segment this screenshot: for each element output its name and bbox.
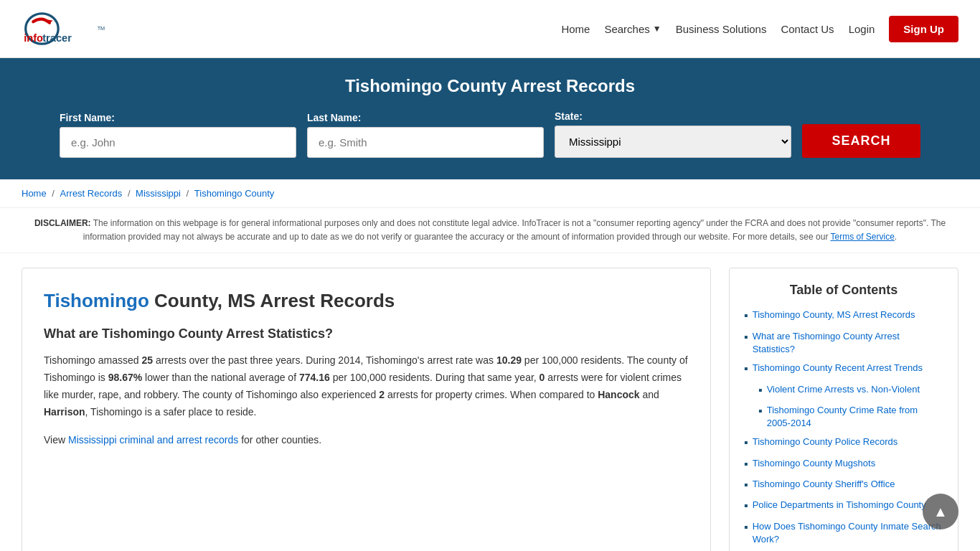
breadcrumb-sep-3: / bbox=[187, 188, 192, 199]
toc-item: ▪Tishomingo County Sheriff's Office bbox=[744, 478, 943, 493]
last-name-group: Last Name: bbox=[307, 112, 544, 158]
main-content: Tishomingo County, MS Arrest Records Wha… bbox=[0, 253, 980, 551]
toc-bullet-icon: ▪ bbox=[744, 361, 748, 377]
heading-highlight: Tishomingo bbox=[44, 290, 149, 311]
toc-bullet-icon: ▪ bbox=[758, 403, 763, 419]
first-name-label: First Name: bbox=[60, 112, 296, 123]
scroll-to-top-button[interactable]: ▲ bbox=[923, 494, 958, 529]
toc-link[interactable]: Violent Crime Arrests vs. Non-Violent bbox=[767, 383, 920, 396]
toc-bullet-icon: ▪ bbox=[744, 498, 748, 514]
svg-text:tracer: tracer bbox=[42, 32, 72, 44]
breadcrumb-tishomingo[interactable]: Tishomingo County bbox=[194, 188, 275, 199]
toc-bullet-icon: ▪ bbox=[744, 329, 748, 345]
page-heading: Tishomingo County, MS Arrest Records bbox=[44, 290, 689, 312]
site-header: info tracer TM Home Searches ▼ Business … bbox=[0, 0, 980, 58]
num-pct: 98.67% bbox=[108, 372, 142, 383]
para-mid4: per 100,000 residents. During that same … bbox=[330, 372, 540, 383]
toc-bullet-icon: ▪ bbox=[758, 382, 763, 398]
toc-link[interactable]: Tishomingo County Recent Arrest Trends bbox=[753, 362, 923, 375]
para-mid3: lower than the national average of bbox=[142, 372, 299, 383]
bold-hancock: Hancock bbox=[598, 389, 639, 400]
disclaimer-bar: DISCLAIMER: The information on this webp… bbox=[0, 208, 980, 253]
last-name-label: Last Name: bbox=[307, 112, 544, 123]
first-name-group: First Name: bbox=[60, 112, 296, 158]
toc-item: ▪Violent Crime Arrests vs. Non-Violent bbox=[744, 383, 943, 398]
toc-item: ▪Tishomingo County Crime Rate from 2005-… bbox=[744, 404, 943, 430]
svg-text:info: info bbox=[24, 32, 43, 44]
toc-link[interactable]: Tishomingo County Sheriff's Office bbox=[753, 478, 895, 491]
view-records-prefix: View bbox=[44, 434, 68, 446]
search-button-wrap: SEARCH bbox=[802, 124, 920, 158]
disclaimer-label: DISCLAIMER: bbox=[34, 218, 91, 228]
nav-home[interactable]: Home bbox=[561, 23, 590, 35]
ms-records-link[interactable]: Mississippi criminal and arrest records bbox=[68, 434, 238, 446]
toc-link[interactable]: Tishomingo County Police Records bbox=[753, 435, 898, 448]
nav-login[interactable]: Login bbox=[849, 23, 875, 35]
toc-bullet-icon: ▪ bbox=[744, 456, 748, 472]
toc-link[interactable]: Police Departments in Tishomingo County bbox=[753, 499, 926, 512]
toc-item: ▪Tishomingo County Mugshots bbox=[744, 457, 943, 472]
site-logo: info tracer TM bbox=[22, 7, 115, 50]
breadcrumb-sep-1: / bbox=[52, 188, 57, 199]
main-nav: Home Searches ▼ Business Solutions Conta… bbox=[561, 16, 958, 42]
banner-title: Tishomingo County Arrest Records bbox=[22, 76, 958, 96]
toc-item: ▪What are Tishomingo County Arrest Stati… bbox=[744, 330, 943, 356]
breadcrumb: Home / Arrest Records / Mississippi / Ti… bbox=[0, 179, 980, 208]
view-records-suffix: for other counties. bbox=[238, 434, 321, 446]
breadcrumb-home[interactable]: Home bbox=[22, 188, 47, 199]
state-select[interactable]: Mississippi Alabama Alaska Arizona Arkan… bbox=[555, 126, 791, 158]
first-name-input[interactable] bbox=[60, 127, 296, 158]
toc-title: Table of Contents bbox=[744, 283, 943, 298]
search-form: First Name: Last Name: State: Mississipp… bbox=[60, 110, 920, 158]
left-content: Tishomingo County, MS Arrest Records Wha… bbox=[22, 268, 711, 551]
search-banner: Tishomingo County Arrest Records First N… bbox=[0, 58, 980, 179]
para-mid7: and bbox=[640, 389, 659, 400]
last-name-input[interactable] bbox=[307, 127, 544, 158]
para-before-25: Tishomingo amassed bbox=[44, 354, 141, 366]
para-mid: arrests over the past three years. Durin… bbox=[153, 354, 496, 366]
toc-link[interactable]: Tishomingo County Crime Rate from 2005-2… bbox=[767, 404, 943, 430]
view-records-paragraph: View Mississippi criminal and arrest rec… bbox=[44, 432, 689, 449]
toc-bullet-icon: ▪ bbox=[744, 435, 748, 451]
state-group: State: Mississippi Alabama Alaska Arizon… bbox=[555, 110, 791, 158]
toc-item: ▪How Does Tishomingo County Inmate Searc… bbox=[744, 520, 943, 546]
breadcrumb-arrest-records[interactable]: Arrest Records bbox=[60, 188, 123, 199]
nav-business-solutions[interactable]: Business Solutions bbox=[676, 23, 767, 35]
toc-bullet-icon: ▪ bbox=[744, 308, 748, 324]
toc-link[interactable]: What are Tishomingo County Arrest Statis… bbox=[753, 330, 943, 356]
nav-searches[interactable]: Searches ▼ bbox=[604, 23, 661, 35]
toc-item: ▪Police Departments in Tishomingo County bbox=[744, 499, 943, 514]
toc-link[interactable]: How Does Tishomingo County Inmate Search… bbox=[753, 520, 943, 546]
para-mid6: arrests for property crimes. When compar… bbox=[385, 389, 598, 400]
nav-contact-us[interactable]: Contact Us bbox=[781, 23, 834, 35]
searches-chevron-icon: ▼ bbox=[653, 24, 661, 34]
search-button[interactable]: SEARCH bbox=[802, 124, 920, 158]
svg-text:TM: TM bbox=[98, 25, 105, 32]
signup-button[interactable]: Sign Up bbox=[889, 16, 958, 42]
toc-item: ▪Tishomingo County Recent Arrest Trends bbox=[744, 362, 943, 377]
state-label: State: bbox=[555, 110, 791, 122]
toc-bullet-icon: ▪ bbox=[744, 477, 748, 493]
scroll-up-icon: ▲ bbox=[933, 504, 948, 520]
toc-item: ▪Tishomingo County, MS Arrest Records bbox=[744, 309, 943, 324]
toc-bullet-icon: ▪ bbox=[744, 519, 748, 535]
heading-rest: County, MS Arrest Records bbox=[149, 290, 395, 311]
toc-link[interactable]: Tishomingo County, MS Arrest Records bbox=[753, 309, 915, 321]
bold-harrison: Harrison bbox=[44, 406, 85, 418]
breadcrumb-mississippi[interactable]: Mississippi bbox=[136, 188, 181, 199]
toc-list: ▪Tishomingo County, MS Arrest Records▪Wh… bbox=[744, 309, 943, 546]
num-1029: 10.29 bbox=[496, 354, 522, 366]
logo-area: info tracer TM bbox=[22, 7, 115, 50]
num-77416: 774.16 bbox=[299, 372, 330, 383]
para-end: , Tishomingo is a safer place to reside. bbox=[85, 406, 257, 418]
stats-paragraph: Tishomingo amassed 25 arrests over the p… bbox=[44, 352, 689, 420]
stats-heading: What are Tishomingo County Arrest Statis… bbox=[44, 326, 689, 342]
toc-link[interactable]: Tishomingo County Mugshots bbox=[753, 457, 876, 470]
breadcrumb-sep-2: / bbox=[128, 188, 133, 199]
tos-link[interactable]: Terms of Service bbox=[831, 232, 895, 242]
toc-item: ▪Tishomingo County Police Records bbox=[744, 435, 943, 451]
disclaimer-text: The information on this webpage is for g… bbox=[83, 218, 946, 242]
num-2: 2 bbox=[379, 389, 385, 400]
num-25: 25 bbox=[141, 354, 153, 366]
